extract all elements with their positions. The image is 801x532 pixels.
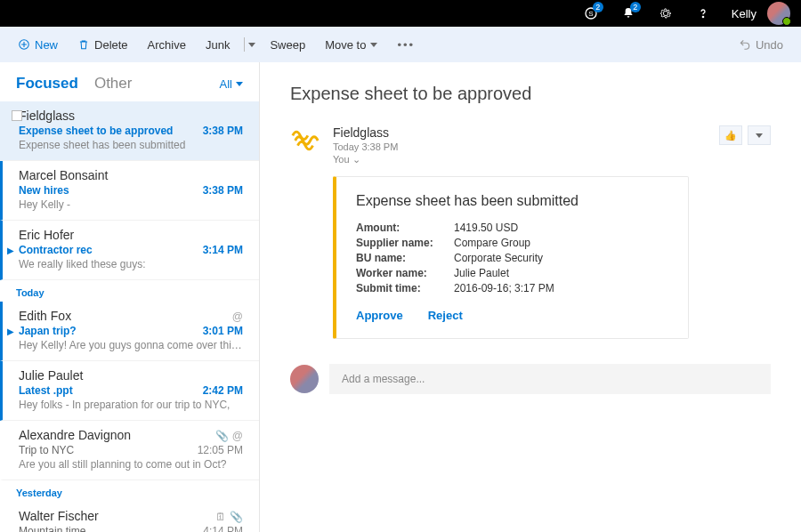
reply-input[interactable]: Add a message...	[329, 364, 771, 394]
my-avatar	[290, 365, 319, 393]
sender-name: Fieldglass	[333, 125, 707, 140]
chevron-down-icon	[370, 43, 377, 47]
svg-text:S: S	[588, 10, 593, 18]
attachment-icon: 📎	[230, 511, 243, 523]
notifications-badge: 2	[630, 2, 641, 12]
filter-dropdown[interactable]: All	[220, 77, 243, 91]
reject-button[interactable]: Reject	[428, 309, 463, 322]
new-button[interactable]: New	[11, 35, 65, 55]
message-actions-dropdown[interactable]	[748, 125, 771, 145]
tab-other[interactable]: Other	[94, 75, 133, 93]
select-checkbox[interactable]	[12, 110, 22, 121]
replied-icon: ▶	[7, 326, 14, 336]
tab-focused[interactable]: Focused	[16, 75, 78, 93]
junk-dropdown[interactable]	[244, 37, 255, 52]
moveto-button[interactable]: Move to	[318, 35, 384, 55]
mention-icon: @	[232, 310, 243, 323]
skype-button[interactable]: S 2	[573, 0, 609, 27]
message-item[interactable]: Fieldglass Expense sheet to be approved3…	[0, 101, 259, 161]
expense-card: Expense sheet has been submitted Amount:…	[333, 176, 689, 339]
card-title: Expense sheet has been submitted	[356, 193, 668, 209]
card-fields: Amount:1419.50 USD Supplier name:Compare…	[356, 222, 668, 294]
user-avatar[interactable]	[767, 2, 790, 25]
delete-button[interactable]: Delete	[70, 35, 135, 55]
global-top-bar: S 2 2 Kelly	[0, 0, 801, 27]
trash-icon	[77, 38, 90, 51]
reading-pane: Expense sheet to be approved Fieldglass …	[260, 62, 801, 532]
list-header: Focused Other All	[0, 62, 259, 101]
new-plus-icon	[18, 38, 30, 51]
username-label: Kelly	[723, 7, 765, 20]
sweep-button[interactable]: Sweep	[263, 35, 312, 55]
mention-icon: @	[232, 430, 243, 442]
message-item[interactable]: ▶ Edith Fox@ Japan trip?3:01 PM Hey Kell…	[0, 302, 259, 361]
sender-avatar-icon	[290, 125, 320, 156]
like-button[interactable]: 👍	[719, 125, 742, 145]
chevron-down-icon	[248, 43, 255, 47]
message-item[interactable]: Walter Fischer🗓📎 Mountain time4:14 PM Wh…	[0, 502, 259, 532]
notifications-button[interactable]: 2	[611, 0, 646, 27]
more-button[interactable]: •••	[390, 35, 422, 55]
gear-icon	[659, 6, 673, 20]
recipients-line[interactable]: You ⌄	[333, 154, 707, 165]
message-item[interactable]: Julie Paulet Latest .ppt2:42 PM Hey folk…	[0, 361, 259, 421]
undo-button[interactable]: Undo	[732, 35, 790, 55]
calendar-icon: 🗓	[215, 511, 226, 523]
command-bar: New Delete Archive Junk Sweep Move to ••…	[0, 27, 801, 62]
delete-label: Delete	[94, 38, 128, 52]
help-button[interactable]	[685, 0, 721, 27]
undo-icon	[739, 38, 751, 51]
thumbs-up-icon: 👍	[724, 130, 737, 141]
day-header-today: Today	[0, 280, 259, 302]
attachment-icon: 📎	[215, 430, 229, 442]
skype-badge: 2	[593, 2, 603, 12]
archive-button[interactable]: Archive	[141, 35, 193, 55]
chevron-down-icon	[756, 133, 763, 138]
chevron-down-icon	[236, 82, 243, 86]
svg-point-2	[702, 16, 703, 17]
message-list: Fieldglass Expense sheet to be approved3…	[0, 101, 259, 532]
reply-box: Add a message...	[290, 364, 771, 394]
sender-date: Today 3:38 PM	[333, 141, 707, 152]
reading-header: Fieldglass Today 3:38 PM You ⌄ 👍	[290, 125, 771, 165]
message-item[interactable]: ▶ Eric Hofer Contractor rec3:14 PM We re…	[0, 221, 259, 280]
junk-button[interactable]: Junk	[198, 35, 237, 55]
presence-available-icon	[782, 17, 791, 26]
question-icon	[696, 6, 710, 20]
settings-button[interactable]	[648, 0, 684, 27]
main-split: Focused Other All Fieldglass Expense she…	[0, 62, 801, 532]
day-header-yesterday: Yesterday	[0, 480, 259, 502]
new-label: New	[35, 38, 58, 52]
message-item[interactable]: Alexandre Davignon📎@ Trip to NYC12:05 PM…	[0, 421, 259, 480]
message-item[interactable]: Marcel Bonsaint New hires3:38 PM Hey Kel…	[0, 161, 259, 221]
reading-title: Expense sheet to be approved	[290, 84, 771, 104]
message-list-pane: Focused Other All Fieldglass Expense she…	[0, 62, 260, 532]
replied-icon: ▶	[7, 246, 14, 255]
approve-button[interactable]: Approve	[356, 309, 403, 322]
